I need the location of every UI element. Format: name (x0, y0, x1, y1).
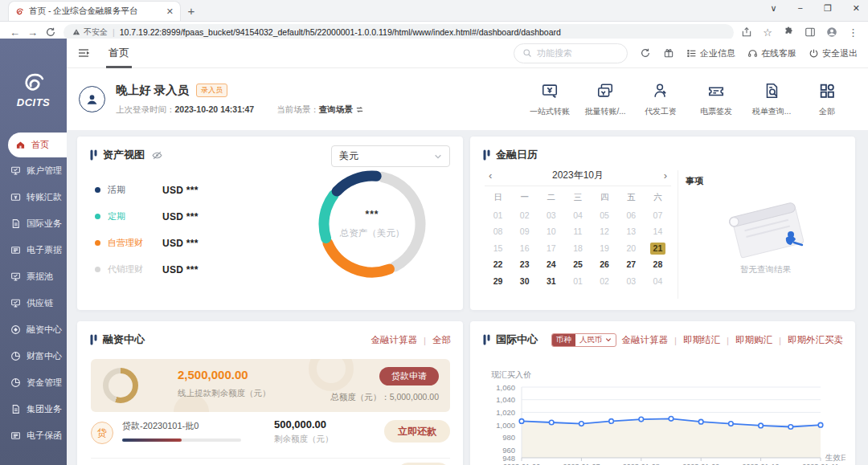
calendar-day[interactable]: 29 (485, 275, 511, 288)
gift-icon[interactable] (663, 47, 674, 59)
sidebar-item-资金管理[interactable]: 资金管理 (0, 369, 67, 396)
tab-title: 首页 - 企业综合金融服务平台 (29, 6, 162, 17)
share-icon[interactable] (741, 27, 752, 38)
calendar-day[interactable]: 30 (511, 275, 538, 288)
quick-action-一站式转账[interactable]: 一站式转账 (526, 82, 574, 117)
calendar-day[interactable]: 08 (485, 226, 511, 238)
calendar-next-icon[interactable]: › (662, 169, 669, 182)
collapse-menu-icon[interactable] (77, 47, 90, 59)
sidebar-item-集团业务[interactable]: 集团业务 (0, 396, 67, 422)
link-全部[interactable]: 全部 (432, 334, 451, 346)
sidebar-item-账户管理[interactable]: 账户管理 (0, 157, 67, 184)
calendar-day[interactable]: 16 (511, 243, 538, 255)
calendar-day[interactable]: 03 (618, 275, 645, 288)
calendar-day[interactable]: 02 (592, 275, 618, 288)
refresh-icon[interactable] (640, 47, 651, 59)
asset-legend: 活期USD ***定期USD ***自营理财USD ***代销理财USD *** (95, 177, 199, 283)
calendar-day[interactable]: 20 (618, 243, 645, 255)
profile-avatar-icon[interactable] (826, 27, 837, 38)
calendar-day[interactable]: 07 (645, 210, 671, 222)
quick-action-全部[interactable]: 全部 (803, 82, 851, 117)
toolbar-action-安全退出[interactable]: 安全退出 (809, 47, 858, 59)
chrome-menu-icon[interactable]: ⋮ (848, 27, 858, 39)
repay-now-button[interactable]: 立即还款 (384, 420, 450, 443)
calendar-day[interactable]: 28 (645, 259, 671, 271)
link-金融计算器[interactable]: 金融计算器 (371, 334, 418, 346)
calendar-day[interactable]: 19 (592, 243, 618, 255)
scene-switch-icon[interactable] (355, 105, 364, 115)
calendar-day[interactable]: 03 (538, 210, 564, 222)
sidebar-item-国际业务[interactable]: 国际业务 (0, 210, 67, 237)
browser-tabstrip: 首页 - 企业综合金融服务平台 ✕ + ∨ − ❐ ✕ (0, 0, 868, 22)
browser-tab[interactable]: 首页 - 企业综合金融服务平台 ✕ (8, 1, 181, 21)
toolbar-action-在线客服[interactable]: 在线客服 (747, 47, 796, 59)
calendar-day[interactable]: 04 (645, 275, 671, 288)
calendar-day[interactable]: 24 (538, 259, 564, 271)
security-warning[interactable]: 不安全 (72, 27, 108, 38)
calendar-day[interactable]: 02 (511, 210, 538, 222)
sidebar-item-财富中心[interactable]: 财富中心 (0, 343, 67, 369)
bill-icon (10, 430, 21, 441)
sidebar-item-转账汇款[interactable]: 转账汇款 (0, 184, 67, 210)
calendar-day[interactable]: 21 (650, 243, 665, 255)
calendar-day[interactable]: 31 (538, 275, 564, 288)
calendar-day[interactable]: 25 (564, 259, 591, 271)
calendar-day[interactable]: 05 (592, 210, 618, 222)
sidebar-item-融资中心[interactable]: 融资中心 (0, 316, 67, 343)
link-即期购汇[interactable]: 即期购汇 (735, 334, 772, 346)
window-close-icon[interactable]: ✕ (853, 3, 860, 14)
doc-search-icon (763, 82, 780, 100)
window-maximize-icon[interactable]: ❐ (824, 3, 832, 14)
toolbar-action-企业信息[interactable]: 企业信息 (686, 47, 735, 59)
eye-off-icon[interactable] (152, 150, 162, 161)
tab-close-icon[interactable]: ✕ (166, 6, 174, 17)
link-即期外汇买卖[interactable]: 即期外汇买卖 (788, 334, 843, 346)
sidebar-item-电子保函[interactable]: 电子保函 (0, 422, 67, 449)
quick-action-批量转账/...[interactable]: 批量转账/... (581, 82, 629, 117)
window-minimize-icon[interactable]: − (797, 3, 802, 14)
calendar-day[interactable]: 01 (564, 275, 591, 288)
sidebar-item-电子票据[interactable]: 电子票据 (0, 237, 67, 263)
back-icon[interactable]: ← (10, 27, 20, 39)
sidebar-item-供应链[interactable]: 供应链 (0, 290, 67, 316)
extensions-icon[interactable] (783, 27, 794, 38)
window-menu-icon[interactable]: ∨ (770, 3, 776, 14)
calendar-day[interactable]: 22 (485, 259, 511, 271)
sidebar-item-首页[interactable]: 首页 (8, 133, 67, 157)
headset-icon (747, 48, 758, 59)
calendar-day[interactable]: 26 (592, 259, 618, 271)
link-金融计算器[interactable]: 金融计算器 (622, 334, 669, 346)
calendar-day[interactable]: 14 (645, 226, 671, 238)
calendar-day[interactable]: 23 (511, 259, 538, 271)
calendar-day[interactable]: 06 (618, 210, 645, 222)
forward-icon[interactable]: → (27, 27, 38, 39)
quick-action-税单查询...[interactable]: 税单查询... (747, 82, 796, 117)
calendar-day[interactable]: 11 (564, 226, 591, 238)
quick-action-代发工资[interactable]: 代发工资 (637, 82, 685, 117)
currency-tag[interactable]: 币种 人民币 (551, 333, 616, 347)
calendar-day[interactable]: 27 (618, 259, 645, 271)
calendar-day[interactable]: 10 (538, 226, 564, 238)
reload-icon[interactable] (45, 27, 56, 38)
sidebar-item-票据池[interactable]: 票据池 (0, 263, 67, 290)
bookmark-star-icon[interactable]: ☆ (763, 27, 772, 39)
function-search-input[interactable]: 功能搜索 (514, 43, 628, 63)
loan-apply-button[interactable]: 贷款申请 (379, 367, 439, 385)
side-panel-icon[interactable] (805, 27, 816, 38)
calendar-day[interactable]: 17 (538, 243, 564, 255)
calendar-day[interactable]: 09 (511, 226, 538, 238)
dcits-logo-text: DCITS (17, 96, 51, 108)
calendar-day[interactable]: 04 (564, 210, 591, 222)
home-icon (15, 140, 26, 150)
panel-bars-icon (483, 149, 490, 161)
calendar-day[interactable]: 12 (592, 226, 618, 238)
calendar-day[interactable]: 15 (485, 243, 511, 255)
calendar-day[interactable]: 01 (485, 210, 511, 222)
calendar-day[interactable]: 18 (564, 243, 591, 255)
calendar-day[interactable]: 13 (618, 226, 645, 238)
calendar-prev-icon[interactable]: ‹ (487, 169, 493, 182)
tab-home[interactable]: 首页 (106, 39, 132, 68)
quick-action-电票签发[interactable]: 电票签发 (692, 82, 740, 117)
link-即期结汇[interactable]: 即期结汇 (683, 334, 720, 346)
new-tab-button[interactable]: + (181, 1, 202, 21)
